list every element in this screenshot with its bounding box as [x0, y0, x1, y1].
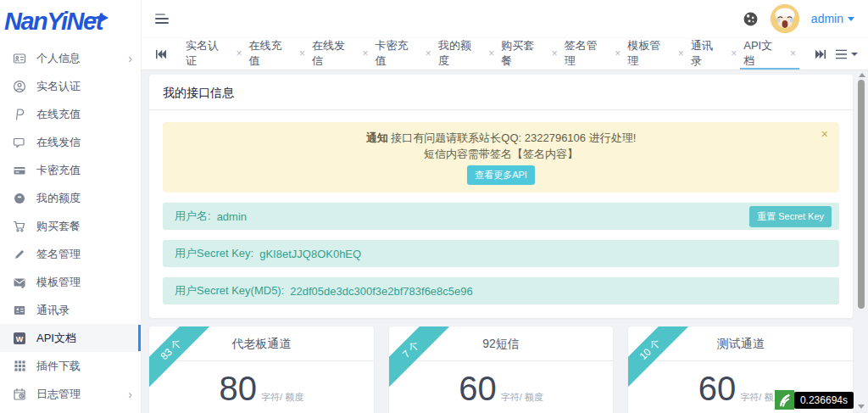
sidebar-item-label: 通讯录	[36, 303, 70, 318]
language-globe-icon[interactable]	[743, 11, 759, 27]
tabbar: 实名认证× 在线充值× 在线发信× 卡密充值× 我的额度× 购买套餐× 签名管理…	[142, 38, 868, 70]
tab-card-recharge[interactable]: 卡密充值×	[371, 38, 434, 70]
debug-time-label: 0.236694s	[794, 392, 854, 409]
main-area: admin 实名认证× 在线充值× 在线发信× 卡密充值× 我的额度× 购买套餐…	[142, 0, 868, 413]
tab-close-icon[interactable]: ×	[790, 48, 796, 59]
content-area: 我的接口信息 通知 接口有问题请联系站长QQ: 2322796106 进行处理!…	[142, 70, 868, 413]
sidebar-item-label: 实名认证	[36, 79, 81, 94]
scroll-up-icon[interactable]	[859, 73, 865, 77]
tab-close-icon[interactable]: ×	[299, 48, 305, 59]
w-square-icon: W	[13, 332, 26, 345]
sidebar-item-log-mgmt[interactable]: 日志管理 ›	[0, 380, 141, 408]
view-more-api-button[interactable]: 查看更多API	[467, 165, 535, 185]
quota-unit: 字符/ 额度	[261, 392, 303, 402]
tab-online-send[interactable]: 在线发信×	[309, 38, 371, 70]
channel-quota: 80字符/ 额度	[149, 371, 374, 405]
chevron-right-icon: ›	[128, 53, 132, 64]
user-dropdown[interactable]: admin	[811, 12, 854, 25]
sidebar-item-label: 模板管理	[36, 275, 81, 290]
tab-label: 签名管理	[565, 38, 604, 69]
sidebar-item-label: 在线充值	[36, 107, 81, 122]
credit-card-icon	[13, 164, 26, 177]
notice-text: 接口有问题请联系站长QQ: 2322796106 进行处理!	[391, 131, 636, 144]
sidebar: NanYiNet 个人信息 › 实名认证	[0, 0, 142, 413]
thinkphp-logo-icon	[775, 390, 794, 410]
topbar: admin	[142, 0, 868, 38]
channel-card-92sms: 7 个 92短信 60字符/ 额度 短信简	[389, 326, 614, 413]
sidebar-item-template-mgmt[interactable]: 模板管理	[0, 268, 141, 296]
quota-unit: 字符/ 额度	[501, 392, 543, 402]
sidebar-item-label: API文档	[36, 331, 76, 346]
notice-line-2: 短信内容需带签名【签名内容】	[192, 146, 810, 162]
row-label: 用户Secret Key(MD5):	[175, 283, 284, 299]
id-card-icon	[13, 52, 26, 65]
avatar[interactable]	[771, 4, 799, 33]
tab-close-icon[interactable]: ×	[552, 48, 558, 59]
tab-close-icon[interactable]: ×	[426, 48, 431, 59]
reset-secret-key-button[interactable]: 重置 Secret Key	[749, 206, 832, 227]
notice-alert: 通知 接口有问题请联系站长QQ: 2322796106 进行处理! 短信内容需带…	[163, 122, 839, 193]
chat-bubble-icon	[13, 136, 26, 149]
scrollbar-thumb[interactable]	[858, 80, 865, 309]
logo[interactable]: NanYiNet	[0, 0, 141, 42]
tab-close-icon[interactable]: ×	[488, 48, 494, 59]
scroll-down-icon[interactable]	[858, 405, 865, 409]
tab-contacts[interactable]: 通讯录×	[687, 38, 740, 70]
sidebar-item-online-send[interactable]: 在线发信	[0, 128, 141, 156]
caret-down-icon	[848, 17, 854, 21]
notice-close-icon[interactable]: ×	[821, 128, 828, 140]
tab-close-icon[interactable]: ×	[678, 48, 684, 59]
tab-label: 实名认证	[186, 38, 225, 69]
tab-buy-package[interactable]: 购买套餐×	[498, 38, 560, 70]
tab-close-icon[interactable]: ×	[236, 48, 242, 59]
channel-cards: 83 个 代老板通道 80字符/ 额度 同名营销简同名营销简 7 个 92短信 …	[149, 326, 853, 413]
vertical-scrollbar[interactable]	[856, 71, 867, 413]
debug-trace-badge[interactable]: 0.236694s	[775, 390, 854, 410]
sidebar-item-api-docs[interactable]: W API文档	[0, 324, 141, 352]
tabs-menu-dropdown[interactable]	[835, 49, 858, 59]
tabs-scroll-prev-icon[interactable]	[152, 49, 170, 59]
secret-key-md5-row: 用户Secret Key(MD5): 22df05de3dc300f3e2bf7…	[163, 277, 839, 304]
channel-quota: 60字符/ 额度	[389, 371, 614, 405]
app-window: NanYiNet 个人信息 › 实名认证	[0, 0, 868, 413]
notice-title: 通知	[366, 131, 388, 144]
caret-down-icon	[851, 53, 858, 56]
tab-api-docs[interactable]: API文档×	[740, 38, 799, 70]
row-value: 22df05de3dc300f3e2bf783f6e8c5e96	[290, 285, 472, 298]
row-label: 用户Secret Key:	[175, 246, 253, 261]
logo-arrow-icon	[88, 11, 108, 26]
tab-label: 在线充值	[248, 38, 287, 69]
sidebar-item-personal-info[interactable]: 个人信息 ›	[0, 44, 141, 72]
sidebar-item-my-quota[interactable]: 我的额度	[0, 184, 141, 212]
tab-close-icon[interactable]: ×	[731, 48, 737, 59]
tabs-scroll-next-icon[interactable]	[811, 49, 830, 59]
row-label: 用户名:	[175, 209, 211, 224]
sidebar-item-label: 在线发信	[36, 135, 81, 150]
tab-template-mgmt[interactable]: 模板管理×	[624, 38, 687, 70]
sidebar-item-card-recharge[interactable]: 卡密充值	[0, 156, 141, 184]
sidebar-item-online-recharge[interactable]: 在线充值	[0, 100, 141, 128]
tab-close-icon[interactable]: ×	[362, 48, 368, 59]
channel-card-dailaoban: 83 个 代老板通道 80字符/ 额度 同名营销简同名营销简	[149, 326, 374, 413]
username: admin	[811, 12, 843, 25]
quota-circle-icon	[13, 192, 26, 205]
tab-online-recharge[interactable]: 在线充值×	[245, 38, 308, 70]
tab-label: 购买套餐	[501, 38, 540, 69]
sidebar-toggle-icon[interactable]	[155, 14, 169, 24]
sidebar-item-plugin-download[interactable]: 插件下载	[0, 352, 141, 380]
panel-title: 我的接口信息	[149, 75, 853, 110]
sidebar-item-realname-auth[interactable]: 实名认证	[0, 72, 141, 100]
sidebar-item-buy-package[interactable]: 购买套餐	[0, 212, 141, 240]
tab-my-quota[interactable]: 我的额度×	[435, 38, 498, 70]
tab-signature-mgmt[interactable]: 签名管理×	[561, 38, 624, 70]
shopping-cart-icon	[13, 220, 26, 233]
sidebar-item-label: 签名管理	[36, 247, 81, 262]
sidebar-item-label: 插件下载	[36, 359, 81, 374]
tab-close-icon[interactable]: ×	[615, 48, 620, 59]
sidebar-item-contacts[interactable]: 通讯录	[0, 296, 141, 324]
sidebar-item-signature-mgmt[interactable]: 签名管理	[0, 240, 141, 268]
tab-label: API文档	[743, 38, 779, 69]
user-circle-icon	[13, 80, 26, 93]
tab-label: 在线发信	[312, 38, 351, 69]
tab-realname-auth[interactable]: 实名认证×	[182, 38, 245, 70]
